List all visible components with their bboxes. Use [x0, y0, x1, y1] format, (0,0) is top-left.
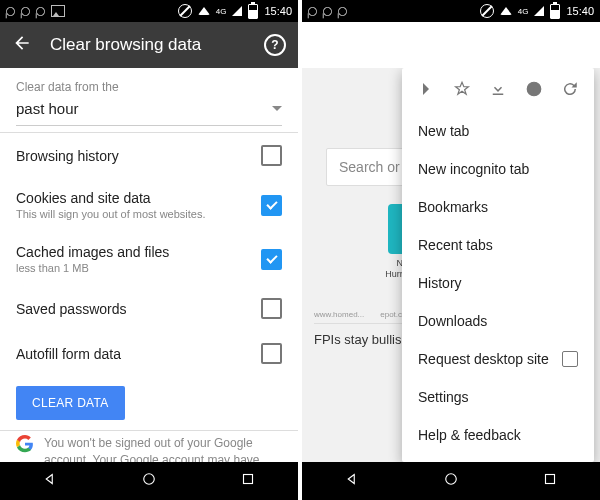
- info-icon[interactable]: [525, 80, 543, 102]
- page-title: Clear browsing data: [50, 35, 246, 55]
- wifi-icon: [500, 7, 512, 15]
- option-cookies[interactable]: Cookies and site data This will sign you…: [0, 178, 298, 232]
- nav-home-icon[interactable]: [140, 470, 158, 492]
- forward-icon[interactable]: [417, 80, 435, 102]
- checkbox[interactable]: [261, 343, 282, 364]
- menu-downloads[interactable]: Downloads: [402, 302, 594, 340]
- card-source: www.homed...: [314, 310, 364, 319]
- screenshot-icon: [51, 5, 65, 17]
- refresh-icon[interactable]: [561, 80, 579, 102]
- location-icon: [321, 5, 334, 18]
- help-icon[interactable]: ?: [264, 34, 286, 56]
- menu-new-incognito[interactable]: New incognito tab: [402, 150, 594, 188]
- option-sublabel: less than 1 MB: [16, 262, 251, 274]
- menu-recent-tabs[interactable]: Recent tabs: [402, 226, 594, 264]
- svg-rect-1: [244, 475, 253, 484]
- menu-bookmarks[interactable]: Bookmarks: [402, 188, 594, 226]
- menu-request-desktop[interactable]: Request desktop site: [402, 340, 594, 378]
- location-icon: [306, 5, 319, 18]
- dnd-icon: [178, 4, 192, 18]
- checkbox[interactable]: [261, 145, 282, 166]
- option-browsing-history[interactable]: Browsing history: [0, 133, 298, 178]
- battery-icon: [550, 4, 560, 19]
- location-icon: [19, 5, 32, 18]
- svg-point-0: [144, 474, 155, 485]
- option-cache[interactable]: Cached images and files less than 1 MB: [0, 232, 298, 286]
- option-passwords[interactable]: Saved passwords: [0, 286, 298, 331]
- clear-data-button[interactable]: CLEAR DATA: [16, 386, 125, 420]
- svg-rect-10: [546, 475, 555, 484]
- nav-recents-icon[interactable]: [541, 470, 559, 492]
- option-autofill[interactable]: Autofill form data: [0, 331, 298, 376]
- network-text: 4G: [216, 7, 227, 16]
- option-sublabel: This will sign you out of most websites.: [16, 208, 251, 220]
- checkbox[interactable]: [562, 351, 578, 367]
- nav-bar: [0, 462, 298, 500]
- option-label: Saved passwords: [16, 301, 251, 317]
- star-icon[interactable]: [453, 80, 471, 102]
- range-dropdown[interactable]: past hour: [0, 96, 298, 125]
- content: Clear data from the past hour Browsing h…: [0, 68, 298, 462]
- status-bar: 4G 15:40: [0, 0, 298, 22]
- location-icon: [4, 5, 17, 18]
- checkbox[interactable]: [261, 195, 282, 216]
- chevron-down-icon: [272, 106, 282, 111]
- clock: 15:40: [264, 5, 292, 17]
- nav-back-icon[interactable]: [41, 470, 59, 492]
- chrome-content: Search or N National Hurricane C... DOGn…: [302, 68, 600, 462]
- google-logo-icon: [16, 435, 34, 453]
- signal-icon: [232, 6, 242, 16]
- back-icon[interactable]: [12, 33, 32, 57]
- option-label: Autofill form data: [16, 346, 251, 362]
- google-note: You won't be signed out of your Google a…: [0, 431, 298, 462]
- phone-chrome-menu: 4G 15:40 Search or N National Hurricane …: [302, 0, 600, 500]
- option-label: Browsing history: [16, 148, 251, 164]
- location-icon: [34, 5, 47, 18]
- clock: 15:40: [566, 5, 594, 17]
- location-icon: [336, 5, 349, 18]
- download-icon[interactable]: [489, 80, 507, 102]
- svg-point-8: [533, 85, 535, 87]
- range-value: past hour: [16, 100, 79, 117]
- option-label: Cached images and files: [16, 244, 251, 260]
- nav-back-icon[interactable]: [343, 470, 361, 492]
- nav-bar: [302, 462, 600, 500]
- menu-new-tab[interactable]: New tab: [402, 112, 594, 150]
- menu-help[interactable]: Help & feedback: [402, 416, 594, 454]
- network-text: 4G: [518, 7, 529, 16]
- menu-history[interactable]: History: [402, 264, 594, 302]
- menu-settings[interactable]: Settings: [402, 378, 594, 416]
- wifi-icon: [198, 7, 210, 15]
- toolbar: Clear browsing data ?: [0, 22, 298, 68]
- dnd-icon: [480, 4, 494, 18]
- range-label: Clear data from the: [0, 68, 298, 96]
- nav-home-icon[interactable]: [442, 470, 460, 492]
- overflow-menu: New tab New incognito tab Bookmarks Rece…: [402, 68, 594, 462]
- option-label: Cookies and site data: [16, 190, 251, 206]
- svg-point-9: [446, 474, 457, 485]
- chrome-toolbar: [302, 22, 600, 68]
- status-bar: 4G 15:40: [302, 0, 600, 22]
- checkbox[interactable]: [261, 298, 282, 319]
- nav-recents-icon[interactable]: [239, 470, 257, 492]
- battery-icon: [248, 4, 258, 19]
- phone-clear-data: 4G 15:40 Clear browsing data ? Clear dat…: [0, 0, 298, 500]
- checkbox[interactable]: [261, 249, 282, 270]
- google-note-text: You won't be signed out of your Google a…: [44, 435, 282, 462]
- signal-icon: [534, 6, 544, 16]
